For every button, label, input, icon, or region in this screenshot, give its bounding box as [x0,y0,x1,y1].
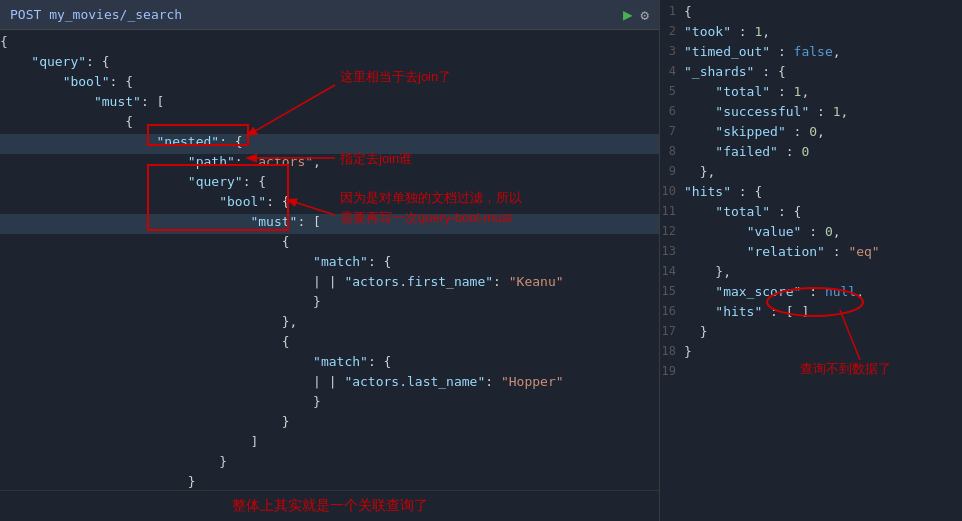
main-container: POST my_movies/_search ▶ ⚙ { "query": { … [0,0,962,521]
code-line-nested: "nested": { [0,134,659,154]
right-line-3: 3 "timed_out" : false, [660,44,962,64]
annotation-join: 这里相当于去join了 [340,68,451,86]
code-line: { [0,234,659,254]
right-line-8: 8 "failed" : 0 [660,144,962,164]
code-line: "match": { [0,354,659,374]
code-line: "bool": { [0,74,659,94]
right-line-16: 16 "hits" : [ ] [660,304,962,324]
code-line: }, [0,314,659,334]
annotation-who: 指定去join谁 [340,150,412,168]
left-header: POST my_movies/_search ▶ ⚙ [0,0,659,30]
header-icons: ▶ ⚙ [623,5,649,24]
request-title: POST my_movies/_search [10,7,182,22]
code-line: } [0,454,659,474]
code-line: } [0,414,659,434]
annotation-no-data: 查询不到数据了 [800,360,891,378]
code-line: } [0,294,659,314]
code-line: } [0,474,659,490]
left-code-area: { "query": { "bool": { "must": [ { "nest… [0,30,659,490]
right-line-17: 17 } [660,324,962,344]
right-line-12: 12 "value" : 0, [660,224,962,244]
code-line: "query": { [0,174,659,194]
code-line: } [0,394,659,414]
annotation-filter: 因为是对单独的文档过滤，所以需要再写一次query-bool-must [340,188,522,227]
bottom-annotation: 整体上其实就是一个关联查询了 [0,490,659,521]
right-line-5: 5 "total" : 1, [660,84,962,104]
right-line-14: 14 }, [660,264,962,284]
code-line: "must": [ [0,94,659,114]
right-line-4: 4 "_shards" : { [660,64,962,84]
right-line-6: 6 "successful" : 1, [660,104,962,124]
code-line-must: "must": [ [0,214,659,234]
code-line: "query": { [0,54,659,74]
right-line-9: 9 }, [660,164,962,184]
run-icon[interactable]: ▶ [623,5,633,24]
right-line-1: 1 { [660,4,962,24]
left-panel: POST my_movies/_search ▶ ⚙ { "query": { … [0,0,660,521]
code-line: "bool": { [0,194,659,214]
code-line: | | "actors.last_name": "Hopper" [0,374,659,394]
right-line-15: 15 "max_score" : null, [660,284,962,304]
right-code-area: 1 { 2 "took" : 1, 3 "timed_out" : false,… [660,0,962,521]
right-line-13: 13 "relation" : "eq" [660,244,962,264]
code-line: { [0,34,659,54]
right-line-7: 7 "skipped" : 0, [660,124,962,144]
right-line-10: 10 "hits" : { [660,184,962,204]
code-line: | | "actors.first_name": "Keanu" [0,274,659,294]
right-panel: 1 { 2 "took" : 1, 3 "timed_out" : false,… [660,0,962,521]
code-line: ] [0,434,659,454]
code-line: { [0,334,659,354]
code-line: "match": { [0,254,659,274]
code-line: { [0,114,659,134]
code-line: "path": "actors", [0,154,659,174]
right-line-11: 11 "total" : { [660,204,962,224]
settings-icon[interactable]: ⚙ [641,7,649,23]
right-line-2: 2 "took" : 1, [660,24,962,44]
